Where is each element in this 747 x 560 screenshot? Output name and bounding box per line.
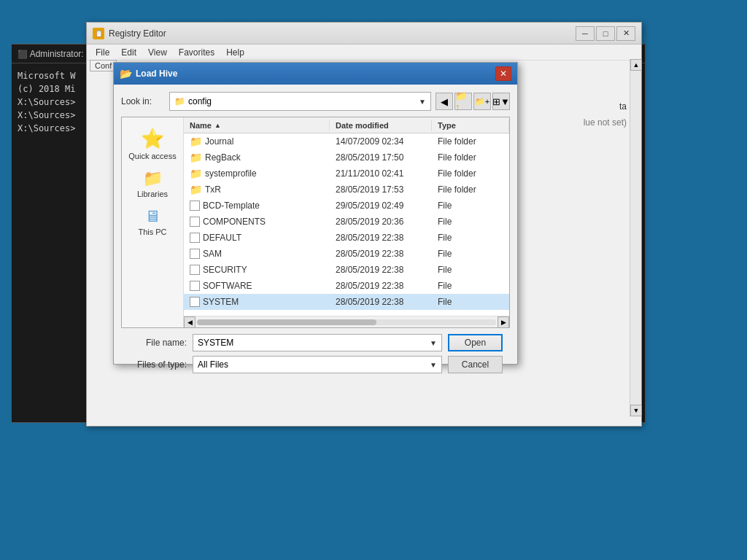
look-in-row: Look in: 📁 config ▼ ◀ 📁↑ 📁+ ⊞▼ [121, 92, 510, 111]
back-button[interactable]: ◀ [436, 93, 453, 110]
menu-favorites[interactable]: Favorites [173, 46, 220, 59]
registry-minimize-button[interactable]: ─ [576, 26, 595, 41]
table-row[interactable]: BCD-Template29/05/2019 02:49File [184, 198, 509, 214]
table-row[interactable]: DEFAULT28/05/2019 22:38File [184, 230, 509, 246]
look-in-combo[interactable]: 📁 config ▼ [169, 92, 431, 111]
table-row[interactable]: SAM28/05/2019 22:38File [184, 246, 509, 262]
look-in-dropdown-arrow[interactable]: ▼ [419, 98, 426, 106]
folder-icon: 📁 [190, 168, 202, 179]
filename-dropdown-arrow[interactable]: ▼ [430, 339, 437, 347]
file-date-cell: 28/05/2019 22:38 [330, 295, 432, 308]
file-name-text: TxR [205, 184, 221, 195]
table-row[interactable]: SOFTWARE28/05/2019 22:38File [184, 278, 509, 294]
filetype-dropdown-arrow[interactable]: ▼ [430, 361, 437, 369]
file-icon [190, 201, 200, 211]
table-row[interactable]: 📁systemprofile21/11/2010 02:41File folde… [184, 166, 509, 182]
filetype-value: All Files [198, 359, 430, 370]
file-date-cell: 28/05/2019 22:38 [330, 247, 432, 260]
vscroll-down-button[interactable]: ▼ [630, 405, 642, 416]
file-name-cell: SAM [184, 247, 330, 260]
table-row[interactable]: 📁TxR28/05/2019 17:53File folder [184, 182, 509, 198]
col-header-date[interactable]: Date modified [330, 120, 432, 131]
dialog-close-button[interactable]: ✕ [495, 66, 511, 81]
menu-file[interactable]: File [90, 46, 115, 59]
this-pc-icon: 🖥 [144, 207, 160, 226]
file-icon [190, 281, 200, 291]
file-name-text: SOFTWARE [203, 281, 252, 291]
sidebar-item-this-pc[interactable]: 🖥 This PC [123, 204, 182, 239]
hscroll-left-button[interactable]: ◀ [184, 316, 196, 328]
file-date-cell: 28/05/2019 22:38 [330, 279, 432, 292]
file-name-cell: 📁TxR [184, 182, 330, 197]
registry-close-button[interactable]: ✕ [616, 26, 635, 41]
file-name-text: SAM [203, 249, 222, 259]
registry-maximize-button[interactable]: □ [596, 26, 615, 41]
menu-help[interactable]: Help [220, 46, 250, 59]
registry-titlebar-buttons: ─ □ ✕ [576, 26, 635, 41]
filetype-label: Files of type: [128, 359, 187, 370]
registry-icon: 📋 [93, 28, 104, 39]
sidebar-item-libraries-label: Libraries [137, 190, 168, 198]
file-list-scroll[interactable]: 📁Journal14/07/2009 02:34File folder📁RegB… [184, 133, 509, 316]
sidebar-item-quick-access[interactable]: ⭐ Quick access [123, 125, 182, 163]
filename-value: SYSTEM [198, 338, 430, 348]
cancel-button[interactable]: Cancel [448, 356, 503, 373]
hscroll-right-button[interactable]: ▶ [498, 316, 509, 328]
file-list-header: Name ▲ Date modified Type [184, 117, 509, 133]
table-row[interactable]: SECURITY28/05/2019 22:38File [184, 262, 509, 278]
filename-combo[interactable]: SYSTEM ▼ [193, 334, 442, 351]
file-icon [190, 233, 200, 243]
folder-icon: 📁 [190, 152, 202, 163]
file-name-text: COMPONENTS [203, 217, 266, 227]
folder-icon: 📁 [174, 96, 185, 106]
file-type-cell: File [432, 295, 509, 308]
file-name-cell: SOFTWARE [184, 279, 330, 292]
col-header-type[interactable]: Type [432, 120, 509, 131]
new-folder-button[interactable]: 📁+ [473, 93, 491, 110]
vscroll-up-button[interactable]: ▲ [630, 59, 642, 71]
dialog-bottom: File name: SYSTEM ▼ Open Files of type: … [121, 328, 510, 384]
file-date-cell: 29/05/2019 02:49 [330, 199, 432, 212]
file-name-cell: DEFAULT [184, 231, 330, 244]
sidebar-item-quick-access-label: Quick access [128, 152, 176, 160]
load-hive-dialog: 📂 Load Hive ✕ Look in: 📁 config ▼ ◀ 📁↑ 📁… [113, 62, 518, 365]
menu-view[interactable]: View [142, 46, 173, 59]
file-type-cell: File [432, 263, 509, 276]
sidebar-item-libraries[interactable]: 📁 Libraries [123, 166, 182, 201]
file-name-cell: BCD-Template [184, 199, 330, 212]
registry-menubar: File Edit View Favorites Help [87, 44, 641, 61]
file-type-cell: File [432, 279, 509, 292]
table-row[interactable]: SYSTEM28/05/2019 22:38File [184, 294, 509, 310]
view-options-button[interactable]: ⊞▼ [492, 93, 510, 110]
file-name-cell: 📁systemprofile [184, 166, 330, 181]
sidebar-item-this-pc-label: This PC [138, 228, 166, 236]
col-header-name[interactable]: Name ▲ [184, 120, 330, 131]
vscrollbar[interactable]: ▲ ▼ [630, 59, 641, 416]
hscroll-track[interactable] [197, 319, 496, 325]
filetype-combo[interactable]: All Files ▼ [193, 356, 442, 373]
file-type-cell: File [432, 199, 509, 212]
file-icon [190, 249, 200, 259]
registry-title: Registry Editor [109, 28, 576, 39]
file-name-text: SECURITY [203, 265, 247, 275]
table-row[interactable]: 📁RegBack28/05/2019 17:50File folder [184, 149, 509, 166]
toolbar-buttons: ◀ 📁↑ 📁+ ⊞▼ [436, 93, 510, 110]
file-type-cell: File folder [432, 135, 509, 148]
libraries-icon: 📁 [143, 169, 163, 188]
dialog-main-area: ⭐ Quick access 📁 Libraries 🖥 This PC Nam [121, 117, 510, 328]
file-name-cell: SYSTEM [184, 295, 330, 308]
file-name-cell: 📁Journal [184, 134, 330, 149]
hscroll-thumb[interactable] [197, 319, 376, 325]
menu-edit[interactable]: Edit [115, 46, 142, 59]
dialog-icon: 📂 [120, 68, 131, 79]
file-date-cell: 14/07/2009 02:34 [330, 135, 432, 148]
file-type-cell: File folder [432, 183, 509, 196]
up-folder-button[interactable]: 📁↑ [454, 93, 472, 110]
table-row[interactable]: COMPONENTS28/05/2019 20:36File [184, 214, 509, 230]
folder-icon: 📁 [190, 136, 202, 147]
table-row[interactable]: 📁Journal14/07/2009 02:34File folder [184, 133, 509, 149]
file-name-cell: SECURITY [184, 263, 330, 276]
file-name-text: BCD-Template [203, 201, 260, 211]
open-button[interactable]: Open [448, 334, 503, 351]
hscroll-area: ◀ ▶ [184, 316, 509, 327]
